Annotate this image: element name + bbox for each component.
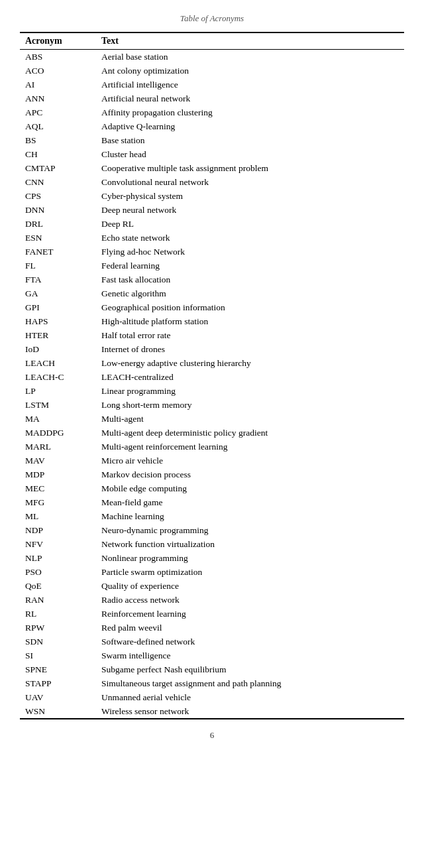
cell-text: Convolutional neural network (96, 175, 404, 189)
cell-text: Markov decision process (96, 467, 404, 481)
cell-acronym: GA (20, 286, 96, 300)
header-text: Text (96, 32, 404, 50)
cell-acronym: CPS (20, 189, 96, 203)
cell-acronym: LEACH-C (20, 370, 96, 384)
table-row: LSTMLong short-term memory (20, 398, 404, 412)
table-row: ABSAerial base station (20, 50, 404, 64)
cell-acronym: RPW (20, 621, 96, 635)
table-header: Acronym Text (20, 32, 404, 50)
cell-acronym: CNN (20, 175, 96, 189)
cell-acronym: RL (20, 607, 96, 621)
cell-text: Cyber-physical system (96, 189, 404, 203)
cell-acronym: MDP (20, 467, 96, 481)
cell-acronym: ML (20, 509, 96, 523)
cell-text: High-altitude platform station (96, 314, 404, 328)
table-row: DNNDeep neural network (20, 203, 404, 217)
cell-acronym: FTA (20, 273, 96, 286)
cell-text: Swarm intelligence (96, 649, 404, 662)
cell-text: Deep RL (96, 217, 404, 231)
cell-text: Geographical position information (96, 300, 404, 314)
cell-text: Simultaneous target assignment and path … (96, 676, 404, 690)
cell-acronym: MADDPG (20, 426, 96, 440)
cell-text: Multi-agent (96, 412, 404, 426)
cell-acronym: FANET (20, 245, 96, 259)
cell-text: Subgame perfect Nash equilibrium (96, 662, 404, 676)
cell-text: Aerial base station (96, 50, 404, 64)
cell-text: Genetic algorithm (96, 286, 404, 300)
cell-acronym: FL (20, 259, 96, 273)
cell-text: Wireless sensor network (96, 704, 404, 719)
cell-acronym: HTER (20, 328, 96, 342)
table-row: LEACH-CLEACH-centralized (20, 370, 404, 384)
cell-acronym: LP (20, 384, 96, 398)
cell-text: Fast task allocation (96, 273, 404, 286)
cell-text: Multi-agent deep deterministic policy gr… (96, 426, 404, 440)
table-row: FANETFlying ad-hoc Network (20, 245, 404, 259)
table-row: APCAffinity propagation clustering (20, 105, 404, 119)
cell-acronym: MFG (20, 495, 96, 509)
table-row: LEACHLow-energy adaptive clustering hier… (20, 356, 404, 370)
cell-text: Network function virtualization (96, 537, 404, 551)
cell-text: Cooperative multiple task assignment pro… (96, 161, 404, 175)
cell-text: Radio access network (96, 593, 404, 607)
cell-text: Neuro-dynamic programming (96, 523, 404, 537)
cell-text: Multi-agent reinforcement learning (96, 440, 404, 454)
cell-acronym: ACO (20, 64, 96, 78)
table-row: LPLinear programming (20, 384, 404, 398)
cell-text: Cluster head (96, 147, 404, 161)
cell-acronym: SI (20, 649, 96, 662)
cell-acronym: AQL (20, 119, 96, 133)
cell-text: Low-energy adaptive clustering hierarchy (96, 356, 404, 370)
cell-acronym: RAN (20, 593, 96, 607)
cell-text: Unmanned aerial vehicle (96, 690, 404, 704)
cell-acronym: NDP (20, 523, 96, 537)
table-row: AQLAdaptive Q-learning (20, 119, 404, 133)
page-title: Table of Acronyms (20, 13, 404, 24)
cell-text: Linear programming (96, 384, 404, 398)
table-row: MLMachine learning (20, 509, 404, 523)
cell-text: Artificial intelligence (96, 78, 404, 92)
cell-text: Affinity propagation clustering (96, 105, 404, 119)
cell-text: Mobile edge computing (96, 481, 404, 495)
cell-acronym: IoD (20, 342, 96, 356)
cell-text: Adaptive Q-learning (96, 119, 404, 133)
table-row: CMTAPCooperative multiple task assignmen… (20, 161, 404, 175)
table-row: RANRadio access network (20, 593, 404, 607)
cell-acronym: QoE (20, 579, 96, 593)
acronym-table-container: Acronym Text ABSAerial base stationACOAn… (20, 32, 404, 719)
table-row: FTAFast task allocation (20, 273, 404, 286)
cell-acronym: CH (20, 147, 96, 161)
cell-acronym: LSTM (20, 398, 96, 412)
cell-text: Federal learning (96, 259, 404, 273)
table-row: NFVNetwork function virtualization (20, 537, 404, 551)
table-row: BSBase station (20, 133, 404, 147)
cell-acronym: HAPS (20, 314, 96, 328)
cell-acronym: MEC (20, 481, 96, 495)
table-row: GPIGeographical position information (20, 300, 404, 314)
table-row: ACOAnt colony optimization (20, 64, 404, 78)
cell-text: Internet of drones (96, 342, 404, 356)
cell-acronym: DRL (20, 217, 96, 231)
cell-acronym: NFV (20, 537, 96, 551)
cell-acronym: ANN (20, 92, 96, 105)
cell-acronym: ESN (20, 231, 96, 245)
cell-text: Mean-field game (96, 495, 404, 509)
table-header-row: Acronym Text (20, 32, 404, 50)
cell-text: Long short-term memory (96, 398, 404, 412)
table-row: PSOParticle swarm optimization (20, 565, 404, 579)
cell-acronym: SDN (20, 635, 96, 649)
table-row: WSNWireless sensor network (20, 704, 404, 719)
cell-acronym: PSO (20, 565, 96, 579)
cell-text: Half total error rate (96, 328, 404, 342)
cell-acronym: BS (20, 133, 96, 147)
table-body: ABSAerial base stationACOAnt colony opti… (20, 50, 404, 719)
table-row: CPSCyber-physical system (20, 189, 404, 203)
cell-acronym: LEACH (20, 356, 96, 370)
table-row: SPNESubgame perfect Nash equilibrium (20, 662, 404, 676)
table-row: CNNConvolutional neural network (20, 175, 404, 189)
cell-text: Base station (96, 133, 404, 147)
cell-text: Echo state network (96, 231, 404, 245)
table-row: MDPMarkov decision process (20, 467, 404, 481)
table-row: HAPSHigh-altitude platform station (20, 314, 404, 328)
cell-text: Red palm weevil (96, 621, 404, 635)
